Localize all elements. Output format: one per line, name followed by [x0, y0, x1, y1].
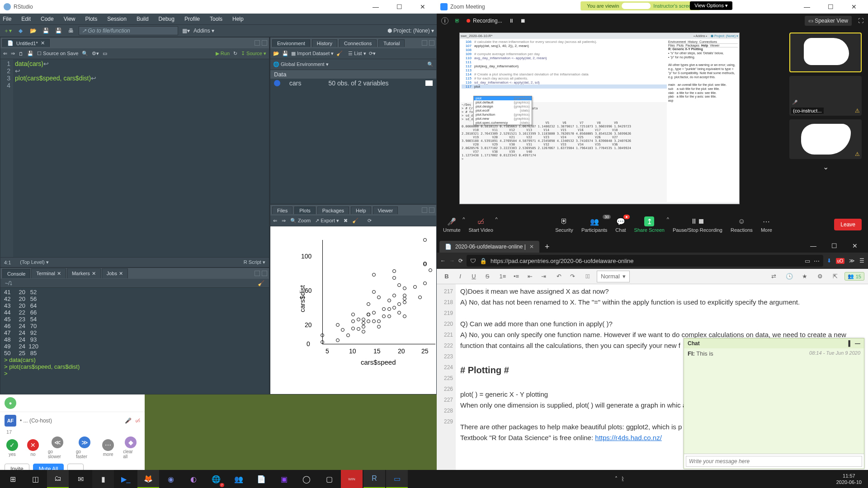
list-view-dropdown[interactable]: ☰ List ▾	[348, 51, 366, 56]
rstudio-taskbar-icon[interactable]: R	[363, 470, 385, 488]
tab-tutorial[interactable]: Tutorial	[378, 39, 405, 47]
reload-icon[interactable]: ⟳	[458, 258, 463, 264]
import-export-icon[interactable]: ⇄	[768, 271, 780, 282]
downloads-icon[interactable]: ⬇	[827, 258, 831, 264]
overflow-icon[interactable]: ≫	[849, 258, 855, 264]
prev-plot-icon[interactable]: ⇐	[273, 218, 277, 224]
steam-icon[interactable]: ◯	[296, 470, 317, 488]
react-no[interactable]: ✕no	[27, 439, 39, 457]
close-button[interactable]: ✕	[844, 0, 864, 14]
undo-button[interactable]: ↶	[552, 271, 565, 282]
more-button[interactable]: ⋯More	[761, 216, 772, 233]
expand-videos-icon[interactable]: ⌄	[789, 163, 862, 171]
leave-button[interactable]: Leave	[834, 219, 862, 230]
tab-viewer[interactable]: Viewer	[373, 206, 398, 214]
pause-rec-icon[interactable]: ⏸	[509, 18, 514, 24]
zoom-taskbar-icon[interactable]: ▭	[386, 470, 408, 488]
menu-build[interactable]: Build	[137, 16, 149, 22]
video-participant[interactable]: ⚠	[789, 119, 862, 159]
video-coinstructor[interactable]: (co-instruct... ⚠ 🎤̸	[789, 76, 862, 116]
underline-button[interactable]: U	[467, 271, 480, 282]
app-icon-2[interactable]: 🌐7	[205, 470, 227, 488]
env-var-cars[interactable]: cars 50 obs. of 2 variables	[270, 79, 436, 88]
new-file-icon[interactable]: ＋▾	[3, 26, 13, 35]
pause-record-button[interactable]: ⏸⏹Pause/Stop Recording	[673, 216, 722, 233]
close-tab-icon[interactable]: ✕	[529, 244, 534, 250]
maximize-button[interactable]: ☐	[820, 0, 841, 14]
star-icon[interactable]: ★	[798, 271, 811, 282]
back-icon[interactable]: ⇐	[3, 51, 7, 56]
shield-icon[interactable]: ⛨	[455, 18, 460, 24]
minimize-button[interactable]: —	[797, 0, 817, 14]
participants-button[interactable]: 👥Participants30	[581, 216, 607, 233]
import-dataset-dropdown[interactable]: ▦ Import Dataset ▾	[291, 51, 334, 56]
reader-icon[interactable]: ▭	[805, 258, 810, 264]
app-icon-4[interactable]: ▢	[318, 470, 340, 488]
shield-icon[interactable]: 🛡	[470, 258, 476, 264]
console-output[interactable]: 41 20 52 42 20 56 43 20 64 44 22 66 45 2…	[0, 288, 269, 394]
clear-plots-icon[interactable]: 🧹	[352, 218, 359, 224]
react-faster[interactable]: ≫go faster	[76, 436, 93, 459]
close-button[interactable]: ✕	[412, 0, 433, 14]
ol-button[interactable]: 1≡	[496, 271, 509, 282]
tab-history[interactable]: History	[312, 39, 337, 47]
app-icon[interactable]: ◐	[183, 470, 204, 488]
mail-icon[interactable]: ✉	[70, 470, 91, 488]
open-file-icon[interactable]: 📂	[28, 26, 38, 35]
stop-rec-icon[interactable]: ⏹	[520, 18, 526, 24]
menu-code[interactable]: Code	[41, 16, 54, 22]
rstudio-titlebar[interactable]: RStudio — ☐ ✕	[0, 0, 437, 14]
zoom-button[interactable]: 🔍 Zoom	[290, 218, 311, 224]
rerun-icon[interactable]: ↻	[233, 51, 237, 56]
save-icon[interactable]: 💾	[41, 26, 51, 35]
menu-session[interactable]: Session	[107, 16, 127, 22]
source-tab[interactable]: 📄 Untitled1* ✕	[2, 39, 50, 47]
outdent-button[interactable]: ⇤	[524, 271, 536, 282]
export-dropdown[interactable]: ↗ Export ▾	[315, 218, 339, 224]
users-button[interactable]: 👥 15	[844, 272, 864, 281]
page-actions-icon[interactable]: ⋯	[814, 258, 820, 264]
unmute-button[interactable]: 🎤̸Unmute^	[443, 216, 461, 233]
refresh-plot-icon[interactable]: ⟳	[368, 218, 372, 224]
indent-button[interactable]: ⇥	[537, 271, 550, 282]
wand-icon[interactable]: ⚙▾	[92, 51, 99, 56]
minimize-button[interactable]: —	[803, 239, 824, 253]
project-dropdown[interactable]: ⬢ Project: (None) ▾	[387, 28, 434, 34]
maximize-button[interactable]: ☐	[824, 239, 844, 253]
search-env-icon[interactable]: 🔍	[427, 61, 434, 67]
scope-dropdown[interactable]: (Top Level) ▾	[20, 259, 48, 265]
clear-console-icon[interactable]: 🧹	[258, 280, 264, 286]
style-dropdown[interactable]: Normal ▾	[597, 271, 630, 282]
new-project-icon[interactable]: ◆	[15, 26, 25, 35]
tab-jobs[interactable]: Jobs ✕	[102, 268, 128, 278]
settings-icon[interactable]: ⚙	[814, 271, 826, 282]
browser-tab[interactable]: 📄 2020-06-uofdelaware-online | ✕	[439, 241, 539, 253]
zoom-titlebar[interactable]: Zoom Meeting — ☐ ✕ You are viewinInstruc…	[437, 0, 868, 14]
react-slower[interactable]: ≪go slower	[48, 436, 67, 459]
addins-dropdown[interactable]: Addins ▾	[193, 28, 214, 34]
strike-button[interactable]: S	[481, 271, 494, 282]
app-icon-3[interactable]: 📄	[250, 470, 272, 488]
italic-button[interactable]: I	[454, 271, 467, 282]
video-off-icon[interactable]: ▭̸	[135, 418, 140, 424]
tab-plots[interactable]: Plots	[294, 206, 315, 214]
info-icon[interactable]: i	[441, 17, 448, 24]
tab-console[interactable]: Console	[2, 269, 30, 278]
pane-max-icon[interactable]	[262, 271, 267, 276]
new-tab-button[interactable]: +	[540, 241, 554, 253]
show-in-files-icon[interactable]: 🗒	[19, 51, 24, 56]
react-clear[interactable]: ◆clear all	[123, 436, 138, 459]
app-icon-5[interactable]: WIN	[341, 470, 363, 488]
redo-button[interactable]: ↷	[566, 271, 579, 282]
tab-markers[interactable]: Markers ✕	[67, 268, 101, 278]
menu-debug[interactable]: Debug	[159, 16, 175, 22]
view-df-icon[interactable]	[425, 80, 433, 86]
ublock-icon[interactable]: uO	[836, 258, 844, 264]
video-instructor[interactable]	[789, 33, 862, 72]
speaker-view-button[interactable]: ▭ Speaker View	[805, 16, 852, 26]
save-ws-icon[interactable]: 💾	[282, 51, 288, 56]
maximize-button[interactable]: ☐	[389, 0, 410, 14]
save-icon[interactable]: 💾	[27, 51, 33, 56]
menu-tools[interactable]: Tools	[210, 16, 222, 22]
fullscreen-icon[interactable]: ⛶	[858, 18, 863, 24]
